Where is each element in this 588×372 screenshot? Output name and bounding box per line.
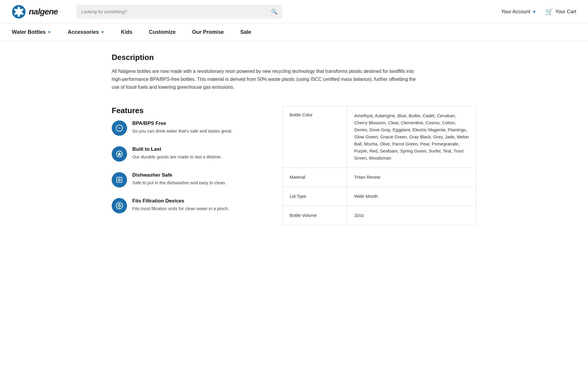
logo-area: nalgene [12, 5, 71, 19]
spec-row-volume: Bottle Volume 32oz [283, 206, 476, 225]
main-nav: Water Bottles ▼ Accessories ▼ Kids Custo… [0, 24, 588, 41]
spec-label-color: Bottle Color [283, 106, 347, 167]
description-text: All Nalgene bottles are now made with a … [112, 67, 420, 91]
header-right: Your Account ▼ 🛒 Your Cart [501, 8, 576, 16]
nalgene-logo-icon [12, 5, 26, 19]
dishwasher-icon [112, 172, 127, 187]
account-label: Your Account [501, 9, 530, 15]
nav-item-kids[interactable]: Kids [113, 24, 141, 41]
spec-label-volume: Bottle Volume [283, 206, 347, 225]
filtration-text: Fits Filtration Devices Fits most filtra… [132, 198, 229, 212]
spec-value-color: Amethyst, Aubergine, Blue, Butter, Cadet… [347, 106, 476, 167]
spec-row-lid: Lid Type Wide Mouth [283, 187, 476, 206]
description-title: Description [112, 53, 476, 62]
nav-our-promise-label: Our Promise [192, 29, 224, 35]
durable-title: Built to Last [132, 146, 222, 152]
filtration-desc: Fits most filtration units for clean wat… [132, 205, 229, 212]
durable-text: Built to Last Our durable goods are made… [132, 146, 222, 160]
dishwasher-text: Dishwasher Safe Safe to put in the dishw… [132, 172, 226, 186]
feature-item-bpa: BPA/BPS Free So you can drink water that… [112, 120, 270, 136]
nav-item-customize[interactable]: Customize [141, 24, 184, 41]
spec-value-material: Tritan Renew [347, 168, 476, 187]
specs-table: Bottle Color Amethyst, Aubergine, Blue, … [282, 106, 476, 225]
search-icon[interactable]: 🔍 [271, 9, 278, 15]
main-content: Description All Nalgene bottles are now … [100, 41, 488, 237]
feature-item-filtration: Fits Filtration Devices Fits most filtra… [112, 198, 270, 213]
bpa-free-text: BPA/BPS Free So you can drink water that… [132, 120, 233, 135]
spec-row-color: Bottle Color Amethyst, Aubergine, Blue, … [283, 106, 476, 168]
dishwasher-desc: Safe to put in the dishwasher and easy t… [132, 180, 226, 186]
svg-point-14 [119, 204, 120, 205]
nav-kids-label: Kids [121, 29, 132, 35]
search-bar: 🔍 [76, 5, 282, 19]
filtration-icon [112, 198, 127, 213]
nav-item-accessories[interactable]: Accessories ▼ [59, 24, 113, 41]
chevron-down-icon: ▼ [47, 30, 51, 34]
spec-row-material: Material Tritan Renew [283, 168, 476, 187]
nav-accessories-label: Accessories [68, 29, 99, 35]
nav-item-sale[interactable]: Sale [232, 24, 259, 41]
bpa-free-desc: So you can drink water that's safe and t… [132, 128, 233, 135]
logo-text: nalgene [29, 7, 58, 16]
features-section: Features BPA/BPS Free So you can drink w… [112, 106, 476, 225]
spec-value-lid: Wide Mouth [347, 187, 476, 206]
search-input[interactable] [81, 9, 268, 14]
header: nalgene 🔍 Your Account ▼ 🛒 Your Cart [0, 0, 588, 24]
features-left: Features BPA/BPS Free So you can drink w… [112, 106, 282, 224]
feature-item-durable: Built to Last Our durable goods are made… [112, 146, 270, 162]
spec-label-material: Material [283, 168, 347, 187]
spec-value-volume: 32oz [347, 206, 476, 225]
account-button[interactable]: Your Account ▼ [501, 9, 536, 15]
cart-button[interactable]: 🛒 Your Cart [545, 8, 576, 16]
bpa-free-icon [112, 120, 127, 136]
nav-water-bottles-label: Water Bottles [12, 29, 46, 35]
spec-label-lid: Lid Type [283, 187, 347, 206]
durable-icon [112, 146, 127, 162]
chevron-down-icon: ▼ [532, 9, 536, 14]
nav-item-water-bottles[interactable]: Water Bottles ▼ [12, 24, 59, 41]
chevron-down-icon: ▼ [101, 30, 104, 34]
nav-item-our-promise[interactable]: Our Promise [184, 24, 232, 41]
cart-icon: 🛒 [545, 8, 553, 16]
cart-label: Your Cart [555, 9, 576, 15]
description-section: Description All Nalgene bottles are now … [112, 53, 476, 91]
nav-customize-label: Customize [149, 29, 176, 35]
feature-item-dishwasher: Dishwasher Safe Safe to put in the dishw… [112, 172, 270, 187]
filtration-title: Fits Filtration Devices [132, 198, 229, 204]
durable-desc: Our durable goods are made to last a lif… [132, 154, 222, 160]
dishwasher-title: Dishwasher Safe [132, 172, 226, 178]
svg-point-12 [119, 179, 120, 180]
svg-point-8 [119, 128, 120, 129]
bpa-free-title: BPA/BPS Free [132, 120, 233, 126]
features-title: Features [112, 106, 270, 115]
nav-sale-label: Sale [240, 29, 251, 35]
